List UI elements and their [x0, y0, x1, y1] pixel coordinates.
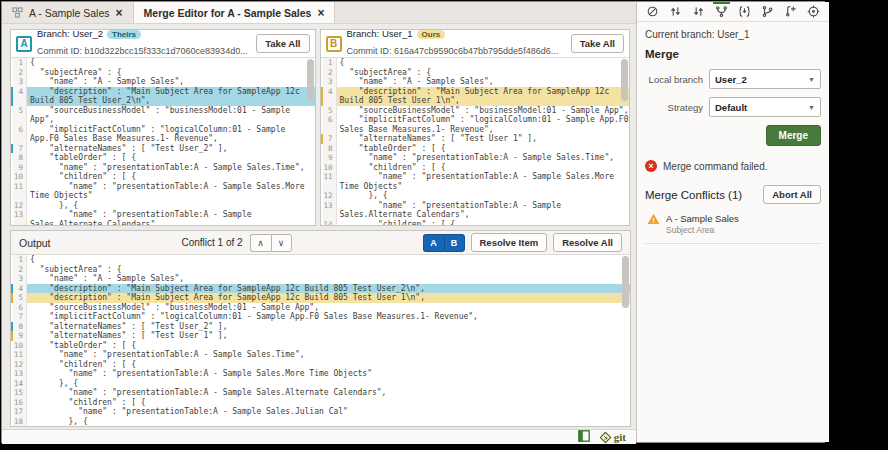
code-line: 13 "name" : "presentationTable:A - Sampl…	[321, 201, 630, 220]
code-text: }, {	[27, 379, 630, 389]
take-all-a-button[interactable]: Take All	[256, 34, 309, 53]
tag-icon[interactable]	[804, 3, 823, 21]
line-number: 13	[13, 210, 27, 225]
line-number: 2	[13, 265, 27, 275]
tab-label: A - Sample Sales	[29, 7, 110, 19]
strategy-value: Default	[715, 102, 747, 113]
line-number: 7	[13, 144, 27, 154]
code-text: "name" : "presentationTable:A - Sample S…	[27, 163, 315, 173]
scrollbar-thumb[interactable]	[307, 59, 314, 101]
code-line: 5 "sourceBusinessModel" : "businessModel…	[11, 106, 315, 125]
conflict-list-item[interactable]: ! A - Sample Sales Subject Area	[645, 211, 821, 243]
code-view-theirs[interactable]: 1{2 "subjectArea" : {3 "name" : "A - Sam…	[11, 58, 315, 225]
code-text: "sourceBusinessModel" : "businessModel:0…	[27, 303, 630, 313]
code-line: 6 "implicitFactColumn" : "logicalColumn:…	[11, 125, 315, 144]
status-bar: git	[2, 429, 636, 444]
code-text: "children" : [ {	[337, 220, 630, 226]
resolve-all-button[interactable]: Resolve All	[553, 233, 622, 252]
scrollbar-thumb[interactable]	[621, 59, 628, 101]
stash-icon[interactable]	[735, 3, 754, 21]
code-text: "alternateNames" : [ "Test User 1" ],	[337, 134, 630, 144]
code-line: 11 "name" : "presentationTable:A - Sampl…	[11, 182, 315, 201]
error-icon: ×	[645, 160, 657, 172]
line-number: 4	[13, 284, 27, 294]
code-text: "alternateNames" : [ "Test User 1" ],	[27, 331, 630, 341]
pull-icon[interactable]	[666, 3, 685, 21]
code-text: "name" : "presentationTable:A - Sample S…	[27, 182, 315, 201]
code-line: 14 }, {	[11, 379, 630, 389]
code-line: 3 "name" : "A - Sample Sales",	[11, 77, 315, 87]
code-view-ours[interactable]: 1{2 "subjectArea" : {3 "name" : "A - Sam…	[321, 58, 630, 225]
local-branch-select[interactable]: User_2 ▼	[709, 69, 821, 89]
line-number: 7	[13, 312, 27, 322]
close-tab-icon[interactable]: ×	[317, 7, 324, 19]
line-number: 12	[323, 191, 337, 201]
chevron-down-icon: ∨	[278, 238, 285, 248]
merge-button[interactable]: Merge	[766, 125, 821, 146]
previous-conflict-button[interactable]: ∧	[250, 234, 271, 252]
code-text: {	[337, 58, 630, 68]
code-text: "description" : "Main Subject Area for S…	[27, 87, 315, 106]
line-number: 7	[323, 134, 337, 144]
local-branch-field: Local branch User_2 ▼	[645, 69, 821, 89]
abort-all-button[interactable]: Abort All	[763, 185, 821, 204]
line-number: 12	[13, 360, 27, 370]
strategy-select[interactable]: Default ▼	[709, 97, 821, 117]
warning-icon: !	[647, 213, 660, 236]
close-tab-icon[interactable]: ×	[116, 7, 123, 19]
code-line: 10 "tableOrder" : [ {	[11, 341, 630, 351]
code-text: "name" : "presentationTable:A - Sample S…	[27, 350, 630, 360]
tab-merge-editor[interactable]: Merge Editor for A - Sample Sales ×	[134, 2, 336, 23]
tab-sample-sales[interactable]: A - Sample Sales ×	[2, 2, 134, 23]
branch-icon[interactable]	[758, 3, 777, 21]
toggle-panel-icon[interactable]	[578, 428, 590, 446]
next-conflict-button[interactable]: ∨	[271, 234, 292, 252]
code-line: 13 "name" : "presentationTable:A - Sampl…	[11, 369, 630, 379]
code-line: 14 "children" : [ {	[321, 220, 630, 226]
merge-conflicts-header: Merge Conflicts (1) Abort All	[645, 185, 821, 204]
push-icon[interactable]	[689, 3, 708, 21]
code-text: "children" : [ {	[27, 360, 630, 370]
line-number: 10	[13, 172, 27, 182]
code-text: "name" : "presentationTable:A - Sample S…	[27, 388, 630, 398]
line-number: 3	[13, 274, 27, 284]
show-a-toggle[interactable]: A	[423, 234, 444, 252]
chevron-down-icon: ▼	[808, 76, 815, 83]
code-text: }, {	[27, 417, 630, 427]
strategy-field: Strategy Default ▼	[645, 97, 821, 117]
line-number: 5	[13, 106, 27, 125]
take-all-b-button[interactable]: Take All	[571, 34, 624, 53]
code-text: "sourceBusinessModel" : "businessModel:0…	[337, 106, 630, 116]
merge-error-message: × Merge command failed.	[645, 160, 821, 172]
code-text: }, {	[27, 201, 315, 211]
code-view-output[interactable]: 1{2 "subjectArea" : {3 "name" : "A - Sam…	[11, 255, 630, 426]
commit-id: Commit ID: 616a47cb9590c6b47bb795dde5f48…	[347, 46, 559, 56]
show-b-toggle[interactable]: B	[444, 234, 465, 252]
resolve-item-button[interactable]: Resolve Item	[471, 233, 548, 252]
line-number: 15	[13, 388, 27, 398]
code-text: "alternateNames" : [ "Test User_2" ],	[27, 144, 315, 154]
code-line: 7 "implicitFactColumn" : "logicalColumn:…	[11, 312, 630, 322]
commit-status-icon[interactable]	[643, 3, 662, 21]
code-line: 17 "name" : "presentationTable:A - Sampl…	[11, 407, 630, 417]
scrollbar-thumb[interactable]	[622, 256, 629, 308]
code-text: "name" : "presentationTable:A - Sample S…	[27, 210, 315, 225]
code-line: 4 "description" : "Main Subject Area for…	[321, 87, 630, 106]
create-branch-icon[interactable]	[781, 3, 800, 21]
code-line: 1{	[11, 255, 630, 265]
code-text: "name" : "presentationTable:A - Sample S…	[27, 369, 630, 379]
code-text: "subjectArea" : {	[27, 68, 315, 78]
code-text: {	[27, 255, 630, 265]
line-number: 3	[323, 77, 337, 87]
code-line: 6 "implicitFactColumn" : "logicalColumn:…	[321, 115, 630, 134]
code-line: 13 "name" : "presentationTable:A - Sampl…	[11, 210, 315, 225]
branch-name: Branch: User_2	[37, 29, 103, 40]
code-text: "alternateNames" : [ "Test User_2" ],	[27, 322, 630, 332]
code-line: 4 "description" : "Main Subject Area for…	[11, 284, 630, 294]
code-text: "sourceBusinessModel" : "businessModel:0…	[27, 106, 315, 125]
code-line: 9 "name" : "presentationTable:A - Sample…	[321, 153, 630, 163]
output-title: Output	[19, 237, 51, 249]
line-number: 13	[13, 369, 27, 379]
merge-icon[interactable]	[712, 3, 731, 21]
pane-theirs: A Branch: User_2 Theirs Commit ID: b10d3…	[10, 29, 316, 226]
